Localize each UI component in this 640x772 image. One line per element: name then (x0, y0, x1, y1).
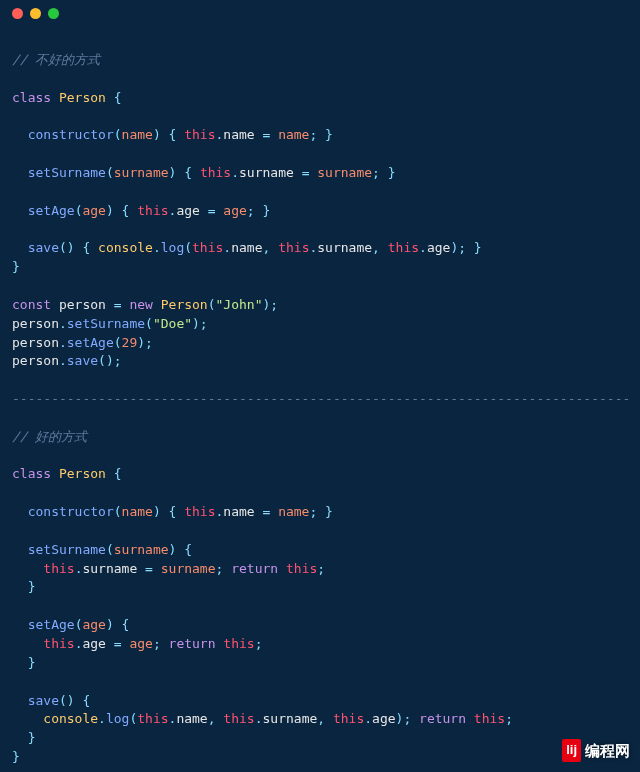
comment-bad: // 不好的方式 (12, 52, 100, 67)
close-icon[interactable] (12, 8, 23, 19)
watermark-text: 编程网 (585, 740, 630, 762)
comment-good: // 好的方式 (12, 429, 87, 444)
fn-constructor: constructor (28, 127, 114, 142)
zoom-icon[interactable] (48, 8, 59, 19)
kw-this: this (184, 127, 215, 142)
watermark: lij 编程网 (562, 739, 630, 762)
watermark-logo: lij (562, 739, 581, 762)
fn-setsurname: setSurname (28, 165, 106, 180)
kw-const: const (12, 297, 51, 312)
code-block: // 不好的方式 class Person { constructor(name… (0, 26, 640, 772)
minimize-icon[interactable] (30, 8, 41, 19)
window-titlebar (0, 0, 640, 26)
fn-save: save (28, 240, 59, 255)
class-name: Person (59, 90, 106, 105)
kw-return: return (231, 561, 278, 576)
separator: ----------------------------------------… (12, 391, 630, 406)
param-name: name (122, 127, 153, 142)
kw-class: class (12, 90, 51, 105)
fn-setage: setAge (28, 203, 75, 218)
